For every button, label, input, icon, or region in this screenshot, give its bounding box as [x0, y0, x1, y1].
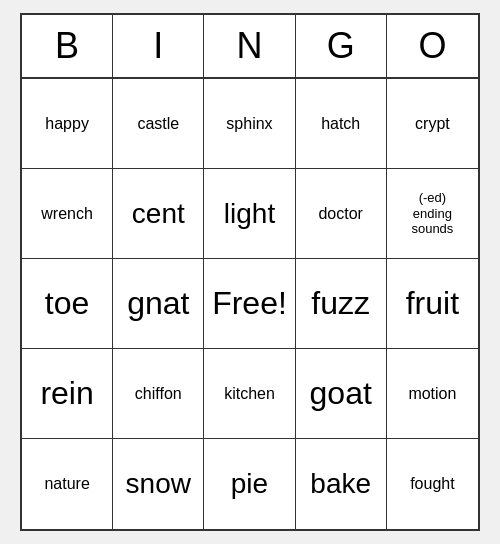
cell-text-4: crypt: [415, 114, 450, 133]
cell-text-0: happy: [45, 114, 89, 133]
bingo-grid: happycastlesphinxhatchcryptwrenchcentlig…: [22, 79, 478, 529]
cell-text-11: gnat: [127, 284, 189, 322]
bingo-cell-24: fought: [387, 439, 478, 529]
bingo-cell-16: chiffon: [113, 349, 204, 439]
cell-text-23: bake: [310, 467, 371, 501]
bingo-cell-11: gnat: [113, 259, 204, 349]
bingo-cell-12: Free!: [204, 259, 295, 349]
bingo-cell-2: sphinx: [204, 79, 295, 169]
bingo-cell-13: fuzz: [296, 259, 387, 349]
bingo-cell-6: cent: [113, 169, 204, 259]
cell-text-1: castle: [137, 114, 179, 133]
bingo-cell-20: nature: [22, 439, 113, 529]
bingo-cell-17: kitchen: [204, 349, 295, 439]
bingo-cell-5: wrench: [22, 169, 113, 259]
header-letter-O: O: [387, 15, 478, 77]
cell-text-13: fuzz: [311, 284, 370, 322]
header-letter-N: N: [204, 15, 295, 77]
cell-text-21: snow: [126, 467, 191, 501]
bingo-card: BINGO happycastlesphinxhatchcryptwrenchc…: [20, 13, 480, 531]
bingo-cell-22: pie: [204, 439, 295, 529]
cell-text-17: kitchen: [224, 384, 275, 403]
bingo-cell-0: happy: [22, 79, 113, 169]
cell-text-18: goat: [310, 374, 372, 412]
bingo-cell-21: snow: [113, 439, 204, 529]
header-letter-G: G: [296, 15, 387, 77]
cell-text-15: rein: [40, 374, 93, 412]
cell-text-10: toe: [45, 284, 89, 322]
bingo-cell-14: fruit: [387, 259, 478, 349]
bingo-cell-15: rein: [22, 349, 113, 439]
cell-text-22: pie: [231, 467, 268, 501]
bingo-cell-19: motion: [387, 349, 478, 439]
bingo-header: BINGO: [22, 15, 478, 79]
cell-text-19: motion: [408, 384, 456, 403]
bingo-cell-3: hatch: [296, 79, 387, 169]
bingo-cell-7: light: [204, 169, 295, 259]
bingo-cell-18: goat: [296, 349, 387, 439]
bingo-cell-1: castle: [113, 79, 204, 169]
bingo-cell-23: bake: [296, 439, 387, 529]
cell-text-5: wrench: [41, 204, 93, 223]
cell-text-6: cent: [132, 197, 185, 231]
cell-text-8: doctor: [318, 204, 362, 223]
cell-text-12: Free!: [212, 284, 287, 322]
header-letter-I: I: [113, 15, 204, 77]
cell-text-3: hatch: [321, 114, 360, 133]
cell-text-2: sphinx: [226, 114, 272, 133]
bingo-cell-4: crypt: [387, 79, 478, 169]
header-letter-B: B: [22, 15, 113, 77]
bingo-cell-8: doctor: [296, 169, 387, 259]
cell-text-7: light: [224, 197, 275, 231]
cell-text-16: chiffon: [135, 384, 182, 403]
cell-text-9: (-ed) ending sounds: [411, 190, 453, 237]
bingo-cell-10: toe: [22, 259, 113, 349]
cell-text-24: fought: [410, 474, 454, 493]
cell-text-20: nature: [44, 474, 89, 493]
bingo-cell-9: (-ed) ending sounds: [387, 169, 478, 259]
cell-text-14: fruit: [406, 284, 459, 322]
